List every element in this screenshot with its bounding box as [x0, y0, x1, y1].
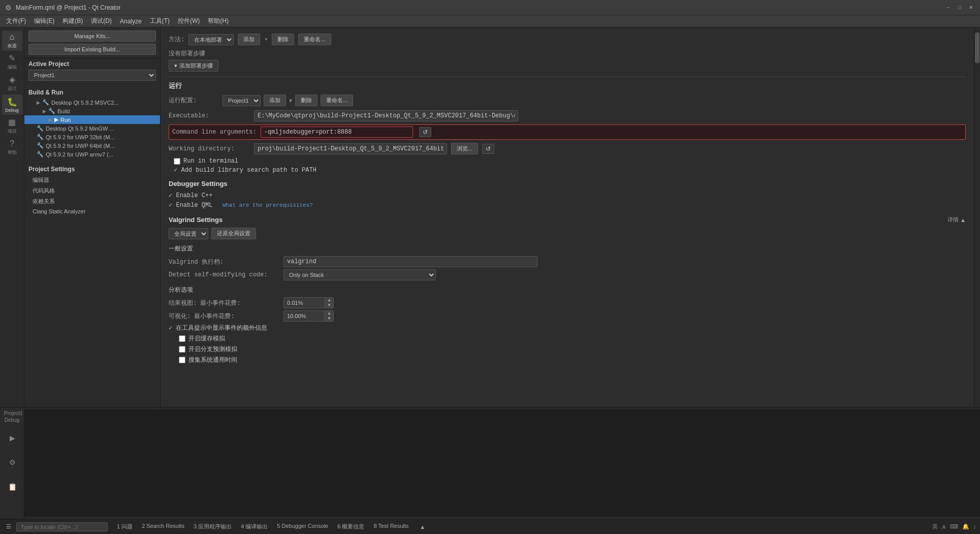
- manage-kits-button[interactable]: Manage Kits...: [28, 30, 156, 42]
- result-view-down[interactable]: ▼: [325, 303, 333, 308]
- delete-button[interactable]: 删除: [272, 34, 294, 45]
- vis-input[interactable]: [284, 311, 325, 321]
- vis-down[interactable]: ▼: [325, 316, 333, 321]
- ps-item-editor[interactable]: 编辑器: [24, 175, 160, 185]
- rename-button[interactable]: 重命名...: [298, 34, 331, 45]
- method-label: 方法:: [169, 35, 184, 44]
- run-config-dropdown[interactable]: Project1: [223, 95, 261, 106]
- valgrind-exec-input[interactable]: [283, 256, 538, 267]
- window-title: MainForm.qml @ Project1 - Qt Creator: [16, 4, 940, 11]
- build-run-button[interactable]: ⚙: [0, 450, 24, 475]
- menu-build[interactable]: 构建(B): [58, 15, 87, 27]
- vertical-scrollbar[interactable]: [974, 27, 980, 407]
- project-dropdown[interactable]: Project1: [28, 70, 156, 81]
- method-dropdown[interactable]: 在本地部署: [188, 34, 234, 45]
- global-settings-dropdown[interactable]: 全局设置: [169, 228, 208, 239]
- vis-arrows: ▲ ▼: [325, 311, 333, 321]
- restore-global-button[interactable]: 还原全局设置: [211, 228, 256, 239]
- cmd-args-clear-button[interactable]: ↺: [419, 127, 431, 137]
- executable-label: Executable:: [169, 112, 250, 119]
- result-view-input[interactable]: [284, 298, 325, 308]
- kit-label-build: Build: [57, 108, 70, 114]
- menu-debug[interactable]: 调试(D): [87, 15, 116, 27]
- tab-search-results[interactable]: 2 Search Results: [138, 522, 188, 531]
- reset-working-dir-button[interactable]: ↺: [482, 144, 494, 154]
- cmd-args-label: Command line arguments:: [172, 129, 257, 136]
- add-step-arrow: ▾: [174, 62, 177, 69]
- scrollbar-thumb[interactable]: [975, 33, 979, 63]
- debugger-settings-title: Debugger Settings: [169, 180, 966, 187]
- ps-item-codestyle[interactable]: 代码风格: [24, 185, 160, 196]
- design-icon: ◈: [9, 75, 15, 84]
- tab-compile-output[interactable]: 4 编译输出: [237, 522, 272, 531]
- bottom-toggle-button[interactable]: ☰: [4, 522, 13, 531]
- sidebar-item-design[interactable]: ◈ 设计: [2, 73, 22, 93]
- kit-uwp-64[interactable]: 🔧 Qt 5.9.2 for UWP 64bit (M...: [24, 141, 160, 150]
- kit-build[interactable]: ▶ 🔧 Build: [24, 107, 160, 115]
- minimize-button[interactable]: −: [944, 4, 953, 12]
- bottom-panel: ☰ 1 问题 2 Search Results 3 应用程序输出 4 编译输出 …: [0, 519, 980, 534]
- import-existing-build-button[interactable]: Import Existing Build...: [28, 44, 156, 55]
- menu-tools[interactable]: 工具(T): [146, 15, 174, 27]
- tab-problems[interactable]: 1 问题: [113, 522, 137, 531]
- tab-test-results[interactable]: 8 Test Results: [369, 522, 413, 531]
- prerequisites-link[interactable]: What are the prerequisites?: [223, 202, 313, 208]
- kit-label-run: Run: [60, 117, 71, 123]
- collect-sys-time-label: 搜集系统通用时间: [188, 356, 237, 364]
- tab-summary[interactable]: 6 概要信息: [333, 522, 368, 531]
- add-deploy-step-button[interactable]: ▾ 添加部署步骤: [169, 60, 218, 72]
- result-view-arrows: ▲ ▼: [325, 298, 333, 308]
- kit-uwp-32[interactable]: 🔧 Qt 5.9.2 for UWP 32bit (M...: [24, 133, 160, 141]
- run-project-button[interactable]: ▶: [0, 426, 24, 450]
- menu-controls[interactable]: 控件(W): [174, 15, 204, 27]
- detect-self-mod-dropdown[interactable]: Only on Stack: [283, 269, 436, 280]
- details-label: 详情: [947, 216, 959, 224]
- tab-debugger-console[interactable]: 5 Debugger Console: [273, 522, 332, 531]
- menu-analyze[interactable]: Analyze: [116, 15, 146, 27]
- maximize-button[interactable]: □: [956, 4, 964, 12]
- kit-run[interactable]: ▶ ▶ Run: [24, 115, 160, 124]
- git-icon: 📋: [8, 483, 17, 491]
- sidebar-item-edit[interactable]: ✎ 编辑: [2, 52, 22, 72]
- enable-branch-label: 开启分支预测模拟: [188, 345, 237, 354]
- kit-label-msvc: Desktop Qt 5.9.2 MSVC2...: [51, 100, 119, 106]
- build-run-icon: ⚙: [9, 458, 16, 466]
- working-dir-input[interactable]: [254, 143, 447, 154]
- tab-app-output[interactable]: 3 应用程序输出: [189, 522, 236, 531]
- add-button[interactable]: 添加: [238, 34, 260, 45]
- run-rename-button[interactable]: 重命名...: [321, 95, 353, 106]
- menu-edit[interactable]: 编辑(E): [30, 15, 58, 27]
- kit-desktop-msvc[interactable]: ▶ 🔧 Desktop Qt 5.9.2 MSVC2...: [24, 98, 160, 107]
- general-settings-title: 一般设置: [169, 244, 966, 253]
- sidebar-item-debug[interactable]: 🐛 Debug: [2, 95, 22, 115]
- search-input[interactable]: [16, 522, 108, 531]
- browse-button[interactable]: 浏览...: [451, 143, 478, 154]
- active-project-label: Active Project: [28, 60, 156, 68]
- valgrind-exec-label: Valgrind 执行档:: [169, 258, 280, 266]
- kit-desktop-mingw[interactable]: 🔧 Desktop Qt 5.9.2 MinGW ...: [24, 124, 160, 133]
- result-view-up[interactable]: ▲: [325, 298, 333, 303]
- arrow-up-button[interactable]: ▲: [416, 523, 429, 531]
- run-in-terminal-checkbox[interactable]: [174, 158, 180, 165]
- ps-item-clang[interactable]: Clang Static Analyzer: [24, 207, 160, 216]
- run-section-title: 运行: [169, 81, 966, 90]
- sidebar-item-projects[interactable]: ▦ 项目: [2, 116, 22, 136]
- sidebar-item-welcome[interactable]: ⌂ 欢迎: [2, 30, 22, 51]
- enable-branch-checkbox[interactable]: [179, 346, 185, 353]
- sidebar-item-help[interactable]: ? 帮助: [2, 137, 22, 158]
- git-button[interactable]: 📋: [0, 475, 24, 499]
- vis-up[interactable]: ▲: [325, 311, 333, 316]
- collect-sys-time-checkbox[interactable]: [179, 357, 185, 363]
- ps-item-dependencies[interactable]: 依赖关系: [24, 196, 160, 207]
- kit-uwp-armv7[interactable]: 🔧 Qt 5.9.2 for UWP armv7 (...: [24, 150, 160, 159]
- enable-cache-checkbox[interactable]: [179, 335, 185, 342]
- menu-file[interactable]: 文件(F): [2, 15, 30, 27]
- close-button[interactable]: ✕: [967, 4, 975, 12]
- details-button[interactable]: 详情 ▲: [947, 216, 966, 224]
- cmd-args-input[interactable]: [261, 127, 413, 138]
- run-delete-button[interactable]: 删除: [295, 95, 318, 106]
- run-config-label: 运行配置:: [169, 96, 219, 105]
- menu-help[interactable]: 帮助(H): [204, 15, 233, 27]
- run-add-button[interactable]: 添加: [264, 95, 286, 106]
- executable-input[interactable]: [254, 110, 518, 121]
